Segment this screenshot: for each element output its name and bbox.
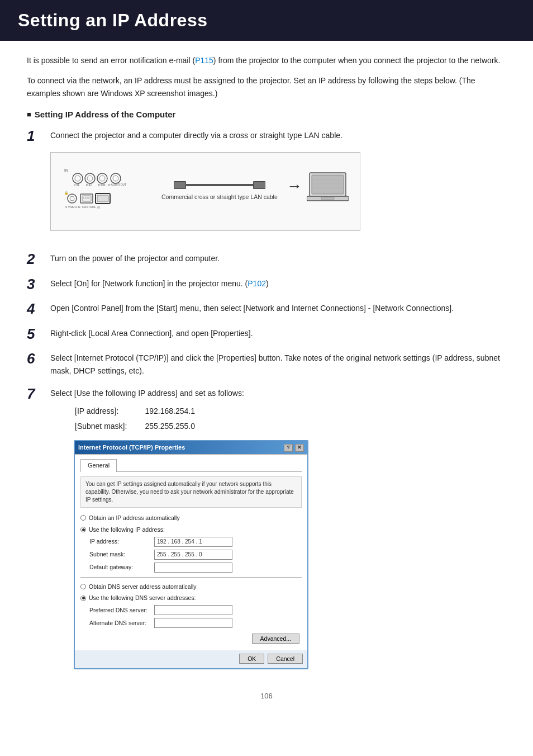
section-heading: Setting IP Address of the Computer bbox=[27, 110, 506, 119]
dialog-tab-general[interactable]: General bbox=[80, 459, 117, 472]
dialog-subnet-label: Subnet mask: bbox=[89, 550, 151, 559]
laptop-icon bbox=[307, 172, 349, 211]
ok-button[interactable]: OK bbox=[239, 654, 264, 664]
intro-para1: It is possible to send an error notifica… bbox=[27, 54, 506, 67]
dialog-footer: OK Cancel bbox=[75, 650, 307, 668]
svg-point-8 bbox=[99, 176, 105, 181]
svg-rect-28 bbox=[312, 175, 344, 194]
intro-para2: To connect via the network, an IP addres… bbox=[27, 74, 506, 100]
dialog-gateway-input[interactable] bbox=[154, 563, 232, 573]
dialog-body: General You can get IP settings assigned… bbox=[75, 454, 307, 650]
svg-text:🔒: 🔒 bbox=[64, 191, 69, 195]
svg-text:p-AUDIO OUT: p-AUDIO OUT bbox=[108, 183, 126, 186]
svg-point-4 bbox=[85, 173, 95, 183]
step-7-text: Select [Use the following IP address] an… bbox=[50, 387, 308, 399]
step-4: 4 Open [Control Panel] from the [Start] … bbox=[27, 301, 506, 317]
radio-obtain-dns-auto[interactable] bbox=[80, 584, 86, 589]
svg-point-5 bbox=[87, 176, 93, 181]
step-num-2: 2 bbox=[27, 251, 42, 267]
radio-obtain-dns-label: Obtain DNS server address automatically bbox=[89, 582, 197, 592]
svg-text:品: 品 bbox=[97, 205, 100, 209]
svg-text:CONTROL: CONTROL bbox=[82, 205, 96, 209]
dialog-help-btn[interactable]: ? bbox=[284, 444, 293, 452]
dialog-radio-use-dns: Use the following DNS server addresses: bbox=[80, 593, 302, 603]
step-1-text: Connect the projector and a computer dir… bbox=[50, 131, 342, 140]
step-1: 1 Connect the projector and a computer d… bbox=[27, 128, 506, 242]
page-number: 106 bbox=[27, 692, 506, 700]
ip-address-table: [IP address]: 192.168.254.1 [Subnet mask… bbox=[74, 403, 213, 434]
dialog-title: Internet Protocol (TCP/IP) Properties bbox=[78, 443, 185, 453]
dialog-radio-use-following: Use the following IP address: bbox=[80, 525, 302, 535]
dialog-pref-dns-label: Preferred DNS server: bbox=[89, 606, 151, 615]
step-num-1: 1 bbox=[27, 128, 42, 144]
step-num-6: 6 bbox=[27, 351, 42, 367]
svg-point-10 bbox=[111, 173, 121, 183]
svg-point-7 bbox=[97, 173, 107, 183]
step-5: 5 Right-click [Local Area Connection], a… bbox=[27, 326, 506, 342]
link-p102[interactable]: P102 bbox=[248, 279, 266, 288]
svg-text:S VIDEO IN: S VIDEO IN bbox=[65, 205, 80, 209]
dialog-field-pref-dns: Preferred DNS server: bbox=[89, 605, 302, 615]
page-header: Setting an IP Address bbox=[0, 0, 533, 41]
dialog-tab-bar: General bbox=[80, 459, 302, 472]
step-7: 7 Select [Use the following IP address] … bbox=[27, 386, 506, 675]
arrow-right: → bbox=[287, 174, 302, 199]
svg-point-18 bbox=[83, 197, 84, 199]
svg-point-11 bbox=[113, 176, 118, 181]
dialog-radio-obtain-dns-auto: Obtain DNS server address automatically bbox=[80, 582, 302, 592]
svg-point-2 bbox=[75, 176, 80, 181]
diagram-inner: IN p-a1 p-a2 p-bas bbox=[62, 160, 349, 223]
page-content: It is possible to send an error notifica… bbox=[0, 54, 533, 722]
dialog-ip-input[interactable]: 192 . 168 . 254 . 1 bbox=[154, 537, 232, 547]
dialog-field-subnet: Subnet mask: 255 . 255 . 255 . 0 bbox=[89, 550, 302, 560]
dialog-gateway-label: Default gateway: bbox=[89, 563, 151, 572]
svg-point-19 bbox=[85, 197, 86, 199]
network-diagram: IN p-a1 p-a2 p-bas bbox=[50, 152, 360, 231]
svg-text:p-bas: p-bas bbox=[98, 183, 106, 186]
tcpip-dialog: Internet Protocol (TCP/IP) Properties ? … bbox=[74, 440, 308, 669]
svg-point-21 bbox=[88, 197, 89, 199]
radio-obtain-auto[interactable] bbox=[80, 515, 86, 521]
cable-label: Commercial cross or straight type LAN ca… bbox=[161, 192, 278, 202]
ip-label-1: [IP address]: bbox=[75, 404, 144, 418]
step-2-text: Turn on the power of the projector and c… bbox=[50, 251, 220, 264]
radio-obtain-auto-label: Obtain an IP address automatically bbox=[89, 513, 180, 523]
radio-use-following-ip[interactable] bbox=[80, 527, 86, 532]
svg-text:IN: IN bbox=[64, 168, 68, 172]
dialog-titlebar: Internet Protocol (TCP/IP) Properties ? … bbox=[75, 441, 307, 455]
step-2: 2 Turn on the power of the projector and… bbox=[27, 251, 506, 267]
dialog-subnet-input[interactable]: 255 . 255 . 255 . 0 bbox=[154, 550, 232, 560]
dialog-pref-dns-input[interactable] bbox=[154, 605, 232, 615]
radio-use-following-label: Use the following IP address: bbox=[89, 525, 165, 535]
step-3-text: Select [On] for [Network function] in th… bbox=[50, 279, 269, 288]
advanced-button[interactable]: Advanced... bbox=[252, 634, 299, 644]
svg-point-14 bbox=[68, 194, 77, 203]
svg-rect-17 bbox=[82, 196, 91, 201]
dialog-separator-1 bbox=[80, 577, 302, 578]
svg-text:p-a1: p-a1 bbox=[74, 183, 79, 186]
dialog-description: You can get IP settings assigned automat… bbox=[80, 476, 302, 508]
svg-rect-33 bbox=[321, 197, 334, 200]
link-p115[interactable]: P115 bbox=[195, 56, 213, 65]
projector-svg: IN p-a1 p-a2 p-bas bbox=[62, 166, 157, 214]
ip-label-2: [Subnet mask]: bbox=[75, 419, 144, 433]
projector-panel: IN p-a1 p-a2 p-bas bbox=[62, 166, 157, 217]
dialog-field-alt-dns: Alternate DNS server: bbox=[89, 618, 302, 628]
cancel-button[interactable]: Cancel bbox=[268, 654, 303, 664]
step-3: 3 Select [On] for [Network function] in … bbox=[27, 276, 506, 292]
page-title: Setting an IP Address bbox=[18, 10, 515, 31]
svg-point-15 bbox=[70, 196, 74, 201]
step-num-3: 3 bbox=[27, 276, 42, 292]
dialog-close-btn[interactable]: ✕ bbox=[295, 444, 304, 452]
dialog-field-gateway: Default gateway: bbox=[89, 563, 302, 573]
step-6: 6 Select [Internet Protocol (TCP/IP)] an… bbox=[27, 351, 506, 377]
dialog-alt-dns-label: Alternate DNS server: bbox=[89, 618, 151, 628]
dialog-alt-dns-input[interactable] bbox=[154, 618, 232, 628]
step-4-text: Open [Control Panel] from the [Start] me… bbox=[50, 301, 454, 314]
dialog-radio-obtain-auto: Obtain an IP address automatically bbox=[80, 513, 302, 523]
step-6-text: Select [Internet Protocol (TCP/IP)] and … bbox=[50, 351, 506, 377]
dialog-ip-label: IP address: bbox=[89, 537, 151, 546]
step-num-5: 5 bbox=[27, 326, 42, 342]
dialog-field-ip: IP address: 192 . 168 . 254 . 1 bbox=[89, 537, 302, 547]
radio-use-dns[interactable] bbox=[80, 596, 86, 601]
